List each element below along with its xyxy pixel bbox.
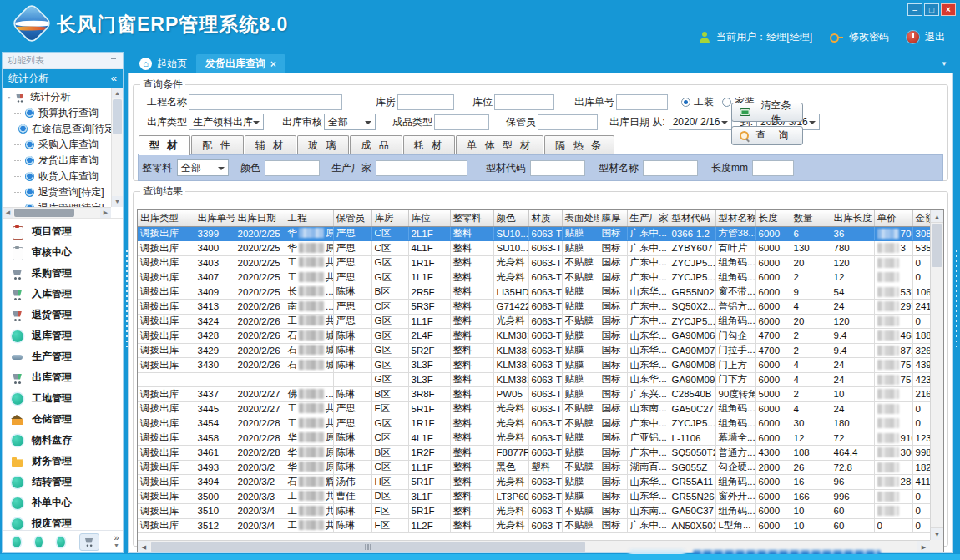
column-header[interactable]: 型材名称 [715,210,755,226]
column-header[interactable]: 库房 [371,210,408,226]
audit-select[interactable]: 全部 [324,114,376,130]
table-row[interactable]: 调拨出库34942020/3/2石辉城汤伟H区5R1F整料光身料6063-T5贴… [138,475,932,490]
table-row[interactable]: 调拨出库34302020/2/26石城陈琳G区3L3F整料KLM38176063… [138,358,932,373]
tab-home[interactable]: ⌂ 起始页 [130,54,196,73]
quick-module-icon[interactable] [35,537,43,547]
scroll-left-icon[interactable]: ◀ [3,208,13,218]
length-input[interactable] [752,160,794,176]
date-from-picker[interactable]: 2020/ 2/16 [669,114,732,130]
sidebar-item-退库管理[interactable]: 退库管理 [3,325,123,346]
collapse-icon[interactable]: « [111,74,117,83]
sidebar-item-补单中心[interactable]: 补单中心 [3,492,123,513]
column-header[interactable]: 生产厂家 [627,210,669,226]
material-tab-7[interactable]: 单 体 型 材 [456,135,543,154]
sidebar-item-财务管理[interactable]: 财务管理 [3,451,123,472]
profile-code-input[interactable] [530,160,585,176]
column-header[interactable]: 出库类型 [138,210,195,226]
color-input[interactable] [265,160,320,176]
scroll-up-icon[interactable]: ▲ [931,210,943,223]
scrollbar-thumb[interactable] [113,99,122,134]
cart-quick-button[interactable] [79,533,99,551]
table-row[interactable]: 调拨出库34372020/2/27佛...陈琳B区3R8F整料PW056063-… [138,387,932,402]
material-tab-8[interactable]: 隔 热 条 [544,135,614,154]
order-no-input[interactable] [616,94,668,110]
table-row[interactable]: 调拨出库34452020/2/27工共工程严思F区5R1F整料光身料6063-T… [138,401,932,416]
stats-group-header[interactable]: 统计分析 « [3,69,123,88]
warehouse-input[interactable] [397,94,454,110]
close-button[interactable]: × [941,3,956,16]
clear-conditions-button[interactable]: 清空条件 [731,103,803,122]
quick-module-icon[interactable] [57,537,65,547]
tree-vertical-scrollbar[interactable]: ▲ ▼ [111,88,123,207]
sidebar-item-入库管理[interactable]: 入库管理 [3,284,123,305]
table-row[interactable]: 调拨出库34132020/2/26南...严思C区5R3F整料G71422606… [138,300,932,315]
radio-work-clothing[interactable]: 工装 [681,95,714,109]
table-row[interactable]: 调拨出库34582020/2/28华原...陈琳C区4L1F整料光身料6063-… [138,431,932,446]
sidebar-item-出库管理[interactable]: 出库管理 [3,367,123,388]
column-header[interactable]: 出库长度 [831,210,874,226]
minimize-button[interactable]: – [907,3,922,16]
material-tab-4[interactable]: 玻 璃 [297,135,349,154]
table-row[interactable]: 调拨出库35002020/3/3工共工程曹佳D区3L1F整料LT3P606063… [138,489,932,504]
table-row[interactable]: 调拨出库34282020/2/26石城陈琳G区2L4F整料KLM38176063… [138,329,932,344]
material-tab-6[interactable]: 耗 材 [403,135,455,154]
table-row[interactable]: 调拨出库35102020/3/4工共工程陈琳F区5R1F整料光身料6063-T5… [138,504,932,519]
column-header[interactable]: 单价 [874,210,912,226]
material-tab-3[interactable]: 辅 材 [245,135,296,154]
table-row[interactable]: G区3L3F整料KLM38176063-T5贴膜国标山东华...GA90M09.… [138,372,932,387]
tab-shipment-query[interactable]: 发货出库查询 × [196,54,285,73]
table-row[interactable]: 调拨出库34002020/2/25华原...严思C区4L1F整料SU10...6… [138,241,932,256]
column-header[interactable]: 型材代码 [669,210,715,226]
sidebar-item-工地管理[interactable]: 工地管理 [3,388,123,409]
project-name-input[interactable] [189,94,342,110]
sidebar-item-报废管理[interactable]: 报废管理 [3,513,123,530]
tree-item[interactable]: 退库管理[待定] [3,200,111,207]
tree-item[interactable]: 采购入库查询 [3,137,111,153]
tree-item[interactable]: 发货出库查询 [3,153,111,169]
location-input[interactable] [494,94,554,110]
more-modules-button[interactable]: »▼ [114,534,119,549]
scroll-right-icon[interactable]: ▶ [917,541,930,553]
column-header[interactable]: 工程 [285,210,333,226]
column-header[interactable]: 表面处理 [562,210,599,226]
sidebar-item-结转管理[interactable]: 结转管理 [3,472,123,492]
change-password-link[interactable]: 修改密码 [849,30,889,44]
manufacturer-input[interactable] [376,160,467,176]
table-row[interactable]: 调拨出库34072020/2/25工共工程严思G区1L1F整料光身料6063-T… [138,270,932,285]
material-tab-2[interactable]: 配 件 [191,135,243,154]
scroll-down-icon[interactable]: ▼ [931,527,943,540]
maximize-button[interactable]: □ [924,3,939,16]
tree-root[interactable]: ▪ 统计分析 [3,89,111,105]
table-row[interactable]: 调拨出库34542020/2/28工共工程严思G区1R1F整料光身料6063-T… [138,416,932,431]
splitter[interactable] [124,52,128,553]
sidebar-item-退货管理[interactable]: 退货管理 [3,305,123,325]
sidebar-item-项目管理[interactable]: 项目管理 [3,221,123,242]
sidebar-item-采购管理[interactable]: 采购管理 [3,263,123,284]
tree-item[interactable]: 收货入库查询 [3,169,111,184]
product-type-input[interactable] [434,114,489,130]
tree-expand-icon[interactable]: ▪ [8,93,10,102]
sidebar-item-仓储管理[interactable]: 仓储管理 [3,409,123,430]
keeper-input[interactable] [538,114,598,130]
sidebar-item-物料盘存[interactable]: 物料盘存 [3,430,123,451]
material-tab-5[interactable]: 成 品 [350,135,402,154]
scroll-right-icon[interactable]: ▶ [100,208,111,218]
column-header[interactable]: 膜厚 [599,210,627,226]
column-header[interactable]: 长度 [755,210,791,226]
whole-partial-select[interactable]: 全部 [177,159,229,176]
table-row[interactable]: 调拨出库34612020/2/28华原...陈琳B区1R2F整料F8877FT6… [138,446,932,461]
logout-link[interactable]: 退出 [925,30,945,44]
grid-vertical-scrollbar[interactable]: ▲ ▼ [930,210,943,540]
material-tab-1[interactable]: 型 材 [139,135,190,155]
pin-icon[interactable] [110,57,118,65]
table-row[interactable]: 调拨出库34032020/2/25工共工程严思G区1R1F整料光身料6063-T… [138,255,932,270]
scroll-down-icon[interactable]: ▼ [112,196,123,207]
sidebar-item-审核中心[interactable]: 审核中心 [3,242,123,263]
tree-item[interactable]: 预算执行查询 [3,105,111,121]
column-header[interactable]: 出库单号 [195,210,235,226]
column-header[interactable]: 保管员 [333,210,371,226]
scroll-up-icon[interactable]: ▲ [112,88,123,98]
column-header[interactable]: 整零料 [450,210,493,226]
table-row[interactable]: 调拨出库34242020/2/26工共工程严思G区1L1F整料光身料6063-T… [138,314,932,329]
scrollbar-thumb[interactable] [151,542,585,552]
